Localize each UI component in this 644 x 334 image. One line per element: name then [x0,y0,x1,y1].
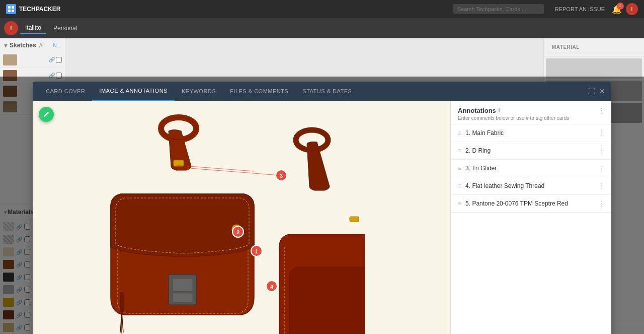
modal-tab-actions: ⛶ ✕ [588,87,605,95]
list-item[interactable]: ≡ 1. Main Fabric ⋮ [451,124,611,142]
sketch-actions: 🔗 [49,57,62,63]
notification-badge: 2 [617,3,624,10]
sketch-thumb [3,54,17,65]
tab-image-annotations[interactable]: IMAGE & ANNOTATIONS [92,82,175,101]
svg-text:3: 3 [280,173,283,179]
modal: CARD COVER IMAGE & ANNOTATIONS KEYWORDS … [33,82,611,334]
edit-button[interactable] [39,107,54,122]
info-icon: ℹ [498,107,500,114]
drag-handle-icon: ≡ [458,182,461,189]
tab-files-comments[interactable]: FILES & COMMENTS [223,82,295,100]
modal-tabs: CARD COVER IMAGE & ANNOTATIONS KEYWORDS … [33,82,611,101]
right-panel-material-thumb [546,58,642,79]
sketch-checkbox[interactable] [56,57,62,63]
right-panel-header: MATERIAL [544,38,644,56]
logo-icon [6,4,16,14]
list-item[interactable]: 🔗 [0,52,65,68]
drag-handle-icon: ≡ [458,200,461,207]
svg-text:1: 1 [255,248,258,254]
drag-handle-icon: ≡ [458,147,461,154]
annotations-subtitle: Enter comments below or use # to tag oth… [458,115,604,121]
annotations-title-row: Annotations ℹ ⋮ [458,107,604,114]
modal-overlay: CARD COVER IMAGE & ANNOTATIONS KEYWORDS … [0,77,644,334]
annotations-title: Annotations [458,107,496,114]
expand-icon[interactable]: ⛶ [588,87,595,95]
close-icon[interactable]: ✕ [599,87,605,95]
image-area: 1 2 3 4 5 [33,101,450,334]
svg-rect-11 [120,292,124,312]
svg-rect-2 [8,10,11,12]
brand-avatar: I [4,21,18,35]
modal-body: 1 2 3 4 5 [33,101,611,334]
annotations-menu-icon[interactable]: ⋮ [598,107,604,114]
user-avatar-icon[interactable]: I [626,3,638,15]
annotation-menu-icon[interactable]: ⋮ [598,200,604,207]
nav-tab-personal[interactable]: Personal [48,23,82,34]
svg-rect-0 [8,6,11,9]
annotation-text: 5. Pantone 20-0076 TPM Sceptre Red [465,200,598,207]
annotation-text: 3. Tri Glider [465,165,598,172]
logo: TECHPACKER [6,4,60,14]
svg-rect-1 [12,6,14,9]
notifications[interactable]: 🔔 2 [612,5,622,14]
annotation-menu-icon[interactable]: ⋮ [598,129,604,137]
top-nav: TECHPACKER REPORT AN ISSUE 🔔 2 I [0,0,644,18]
list-item[interactable]: ≡ 3. Tri Glider ⋮ [451,160,611,177]
svg-text:4: 4 [270,284,274,290]
drag-handle-icon: ≡ [458,129,461,137]
drag-handle-icon: ≡ [458,165,461,172]
material-section-title: MATERIAL [548,41,584,53]
bag-image: 1 2 3 4 5 [33,101,365,334]
tab-card-cover[interactable]: CARD COVER [39,82,92,100]
sketches-label: Sketches [10,42,36,49]
svg-rect-9 [173,279,193,291]
annotation-menu-icon[interactable]: ⋮ [598,182,604,189]
list-item[interactable]: ≡ 2. D Ring ⋮ [451,142,611,160]
annotations-header: Annotations ℹ ⋮ Enter comments below or … [451,101,611,124]
annotation-menu-icon[interactable]: ⋮ [598,165,604,172]
top-nav-actions: REPORT AN ISSUE 🔔 2 I [552,3,638,15]
tab-keywords[interactable]: KEYWORDS [175,82,223,100]
svg-rect-3 [12,10,14,12]
svg-rect-15 [350,217,359,222]
annotation-menu-icon[interactable]: ⋮ [598,147,604,154]
svg-text:2: 2 [236,229,239,235]
search-input[interactable] [453,4,544,14]
link-icon[interactable]: 🔗 [49,57,55,63]
list-item[interactable]: ≡ 4. Flat leather Sewing Thread ⋮ [451,177,611,195]
sketch-tag: N... [53,43,61,48]
tab-status-dates[interactable]: STATUS & DATES [295,82,359,100]
annotation-text: 4. Flat leather Sewing Thread [465,182,598,189]
svg-rect-10 [173,293,193,302]
annotation-text: 2. D Ring [465,147,598,154]
annotations-panel: Annotations ℹ ⋮ Enter comments below or … [450,101,611,334]
report-issue-button[interactable]: REPORT AN ISSUE [552,5,608,13]
annotation-text: 1. Main Fabric [465,129,598,137]
all-label: All [39,43,45,48]
sketches-section-header: ▾ Sketches All N... [0,38,65,52]
annotations-list: ≡ 1. Main Fabric ⋮ ≡ 2. D Ring ⋮ ≡ 3. Tr… [451,124,611,334]
nav-tab-italitto[interactable]: Italitto [20,22,46,34]
second-nav: I Italitto Personal [0,18,644,38]
list-item[interactable]: ≡ 5. Pantone 20-0076 TPM Sceptre Red ⋮ [451,195,611,213]
